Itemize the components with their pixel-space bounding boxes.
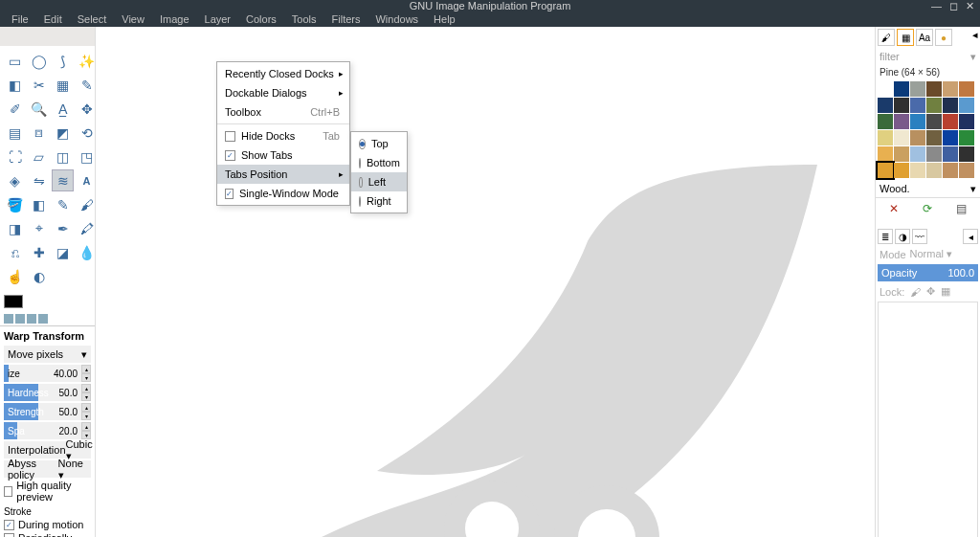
spacing-slider[interactable]: Spa 20.0 ▴▾ xyxy=(4,422,91,439)
active-image-icon[interactable] xyxy=(38,314,48,324)
pattern-swatch[interactable] xyxy=(943,114,958,129)
warp-mode-select[interactable]: Move pixels▾ xyxy=(4,346,91,363)
menu-tabs-position[interactable]: Tabs Position▸ xyxy=(217,165,349,184)
tool-airbrush[interactable]: ⌖ xyxy=(28,217,50,239)
tool-blur[interactable]: 💧 xyxy=(76,241,98,263)
tool-lasso[interactable]: ⟆ xyxy=(52,50,74,72)
channels-tab[interactable]: ◑ xyxy=(895,229,910,244)
tabs-left[interactable]: Left xyxy=(351,172,407,191)
tool-dodge[interactable]: ◐ xyxy=(28,265,50,287)
tool-eraser[interactable]: ◨ xyxy=(4,217,26,239)
tool-scissors[interactable]: ✂ xyxy=(28,74,50,96)
menu-filters[interactable]: Filters xyxy=(324,11,368,27)
pattern-swatch[interactable] xyxy=(959,130,974,145)
tool-crop[interactable]: ⧈ xyxy=(28,122,50,144)
tool-align[interactable]: ▤ xyxy=(4,122,26,144)
strength-slider[interactable]: Strength 50.0 ▴▾ xyxy=(4,403,91,420)
tool-gradient[interactable]: ◧ xyxy=(28,193,50,215)
menu-help[interactable]: Help xyxy=(426,11,463,27)
delete-pattern-icon[interactable]: ✕ xyxy=(889,202,899,215)
tabs-bottom[interactable]: Bottom xyxy=(351,153,407,172)
menu-tools[interactable]: Tools xyxy=(284,11,324,27)
menu-select[interactable]: Select xyxy=(70,11,115,27)
pattern-swatch[interactable] xyxy=(926,163,942,178)
hq-preview-check[interactable]: High quality preview xyxy=(4,480,91,503)
menu-colors[interactable]: Colors xyxy=(238,11,284,27)
fg-bg-swatch[interactable] xyxy=(4,295,23,308)
pattern-swatch[interactable] xyxy=(894,130,909,145)
pattern-swatch[interactable] xyxy=(878,114,893,129)
pattern-swatch[interactable] xyxy=(943,130,958,145)
tool-scale[interactable]: ⛶ xyxy=(4,145,26,168)
tab-menu-icon[interactable]: ◂ xyxy=(972,29,978,46)
brush-preview-icon[interactable] xyxy=(4,314,13,324)
pattern-swatch[interactable] xyxy=(878,98,893,113)
pattern-swatch[interactable] xyxy=(926,146,942,162)
pattern-swatch[interactable] xyxy=(959,114,974,129)
tool-by-color[interactable]: ◧ xyxy=(4,74,26,96)
periodically-check[interactable]: Periodically xyxy=(4,532,91,537)
pattern-swatch[interactable] xyxy=(878,130,893,145)
pattern-swatch[interactable] xyxy=(894,98,909,113)
history-tab[interactable]: ● xyxy=(935,29,952,46)
pattern-swatch[interactable] xyxy=(878,146,893,162)
lock-pixels-icon[interactable]: 🖌 xyxy=(910,286,921,298)
paths-tab[interactable]: 〰 xyxy=(912,229,927,244)
tool-move[interactable]: ✥ xyxy=(76,98,98,120)
menu-hide-docks[interactable]: Hide DocksTab xyxy=(217,126,349,145)
menu-recent-docks[interactable]: Recently Closed Docks▸ xyxy=(217,64,349,83)
during-motion-check[interactable]: ✓During motion xyxy=(4,519,91,530)
tool-ellipse-select[interactable]: ◯ xyxy=(28,50,50,72)
tool-fuzzy-select[interactable]: ✨ xyxy=(76,50,98,72)
menu-show-tabs[interactable]: ✓Show Tabs xyxy=(217,145,349,165)
tabs-right[interactable]: Right xyxy=(351,191,407,211)
tool-clone[interactable]: ⎌ xyxy=(4,241,26,263)
pattern-swatch[interactable] xyxy=(959,146,974,162)
patterns-tab[interactable]: ▦ xyxy=(897,29,914,46)
tool-ink[interactable]: ✒ xyxy=(52,217,74,239)
menu-layer[interactable]: Layer xyxy=(197,11,239,27)
pattern-swatch[interactable] xyxy=(959,163,974,178)
pattern-swatch[interactable] xyxy=(878,81,893,97)
menu-image[interactable]: Image xyxy=(152,11,197,27)
pattern-swatch[interactable] xyxy=(926,81,942,97)
tabs-top[interactable]: Top xyxy=(351,134,407,153)
close-icon[interactable]: ✕ xyxy=(966,0,974,12)
pattern-swatch[interactable] xyxy=(943,146,958,162)
tool-foreground[interactable]: ▦ xyxy=(52,74,74,96)
canvas-area[interactable]: Position the tabs on the left xyxy=(96,27,875,537)
tool-measure[interactable]: A̲ xyxy=(52,98,74,120)
tab-menu-icon[interactable]: ◂ xyxy=(963,229,978,244)
pattern-swatch[interactable] xyxy=(910,163,925,178)
layers-list[interactable] xyxy=(878,302,978,537)
tool-rotate[interactable]: ⟲ xyxy=(76,122,98,144)
pattern-swatch[interactable] xyxy=(910,81,925,97)
pattern-swatch[interactable] xyxy=(943,98,958,113)
size-slider[interactable]: ize 40.00 ▴▾ xyxy=(4,365,91,382)
tool-brush[interactable]: 🖌 xyxy=(76,193,98,215)
pattern-swatch[interactable] xyxy=(910,146,925,162)
tool-zoom[interactable]: 🔍 xyxy=(28,98,50,120)
tool-flip[interactable]: ⇋ xyxy=(28,169,50,191)
pattern-swatch[interactable] xyxy=(894,163,909,178)
abyss-select[interactable]: Abyss policy None ▾ xyxy=(4,460,91,478)
tool-bucket[interactable]: 🪣 xyxy=(4,193,26,215)
tool-heal[interactable]: ✚ xyxy=(28,241,50,263)
menu-single-window[interactable]: ✓Single-Window Mode xyxy=(217,184,349,203)
pattern-grid[interactable] xyxy=(876,79,980,180)
lock-alpha-icon[interactable]: ▦ xyxy=(941,285,950,298)
tool-picker[interactable]: ✐ xyxy=(4,98,26,120)
pattern-swatch[interactable] xyxy=(910,130,925,145)
open-folder-icon[interactable]: ▤ xyxy=(956,202,967,215)
pattern-swatch[interactable] xyxy=(943,81,958,97)
lock-position-icon[interactable]: ✥ xyxy=(926,285,935,298)
brushes-tab[interactable]: 🖌 xyxy=(878,29,895,46)
pattern-swatch[interactable] xyxy=(894,81,909,97)
pattern-swatch[interactable] xyxy=(926,114,942,129)
menu-toolbox[interactable]: ToolboxCtrl+B xyxy=(217,102,349,122)
interpolation-select[interactable]: Interpolation Cubic ▾ xyxy=(4,441,91,459)
tool-shear[interactable]: ▱ xyxy=(28,145,50,168)
tool-unified[interactable]: ◩ xyxy=(52,122,74,144)
hardness-slider[interactable]: Hardness 50.0 ▴▾ xyxy=(4,384,91,401)
tool-rect-select[interactable]: ▭ xyxy=(4,50,26,72)
